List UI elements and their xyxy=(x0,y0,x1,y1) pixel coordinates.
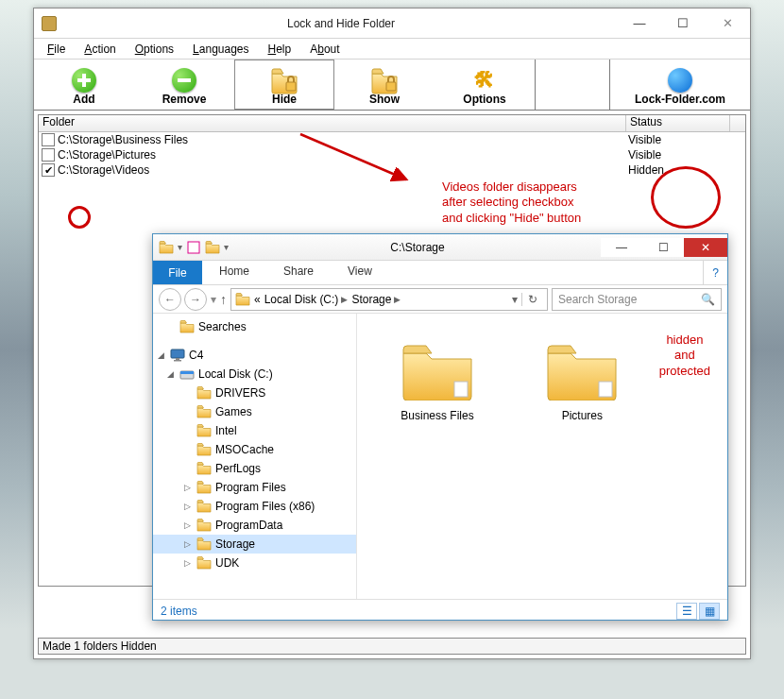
window-title: Lock and Hide Folder xyxy=(64,17,618,30)
row-checkbox[interactable] xyxy=(42,133,55,146)
status-bar: Made 1 folders Hidden xyxy=(38,638,746,655)
minus-icon xyxy=(170,66,198,94)
exp-statusbar: 2 items ☰ ▦ xyxy=(153,599,727,622)
folder-icon xyxy=(196,480,212,495)
nav-back-button[interactable]: ← xyxy=(159,288,181,311)
add-button[interactable]: Add xyxy=(34,60,134,110)
menu-action[interactable]: Action xyxy=(75,41,125,58)
toolbar: Add Remove Hide Show 🛠 Options Lock-Fold… xyxy=(34,60,750,111)
content-folder[interactable]: Business Files xyxy=(385,340,489,422)
properties-icon[interactable] xyxy=(186,240,201,255)
tree-item[interactable]: Intel xyxy=(153,421,356,440)
folder-icon xyxy=(544,340,620,401)
website-button[interactable]: Lock-Folder.com xyxy=(610,60,750,110)
nav-tree[interactable]: Searches ◢C4 ◢Local Disk (C:) DRIVERS Ga… xyxy=(153,314,357,599)
folder-icon xyxy=(196,555,212,571)
folder-icon xyxy=(196,537,212,552)
search-icon: 🔍 xyxy=(701,293,715,306)
tree-item[interactable]: DRIVERS xyxy=(153,384,356,402)
close-button[interactable]: ✕ xyxy=(706,13,749,34)
exp-close-button[interactable]: ✕ xyxy=(684,238,727,257)
hide-button[interactable]: Hide xyxy=(234,60,334,110)
new-folder-icon[interactable] xyxy=(205,240,220,255)
nav-recent-icon[interactable]: ▾ xyxy=(211,293,216,306)
exp-minimize-button[interactable]: — xyxy=(601,238,642,257)
tree-item[interactable]: ▷ Storage xyxy=(153,535,356,554)
content-pane[interactable]: Business Files Pictures hidden and prote… xyxy=(357,314,727,599)
row-checkbox[interactable] xyxy=(42,163,55,177)
tree-item[interactable]: ▷ Program Files xyxy=(153,478,356,497)
ribbon-view[interactable]: View xyxy=(331,261,389,284)
exp-titlebar[interactable]: ▾ ▾ C:\Storage — ☐ ✕ xyxy=(153,234,727,261)
folder-icon xyxy=(400,340,475,401)
menubar: File Action Options Languages Help About xyxy=(34,39,750,60)
menu-about[interactable]: About xyxy=(300,41,349,58)
menu-options[interactable]: Options xyxy=(126,41,183,58)
svg-rect-8 xyxy=(188,242,199,253)
exp-maximize-button[interactable]: ☐ xyxy=(642,238,684,257)
tree-item[interactable]: ▷ UDK xyxy=(153,554,356,572)
tree-item[interactable]: ▷ Program Files (x86) xyxy=(153,497,356,516)
tree-item[interactable]: Searches xyxy=(153,317,356,336)
ribbon-home[interactable]: Home xyxy=(202,261,266,284)
qat-chevron-icon[interactable]: ▾ xyxy=(224,242,229,252)
folder-icon xyxy=(235,292,250,307)
ribbon-share[interactable]: Share xyxy=(266,261,331,284)
tree-item[interactable]: Games xyxy=(153,402,356,421)
annotation-arrow xyxy=(293,127,416,187)
annotation-text: hidden and protected xyxy=(659,332,710,379)
address-row: ← → ▾ ↑ « Local Disk (C:)▶ Storage▶ ▾ ↻ … xyxy=(153,285,727,314)
folder-icon xyxy=(196,442,212,457)
annotation-ellipse xyxy=(651,166,721,229)
refresh-button[interactable]: ↻ xyxy=(521,293,543,306)
chevron-right-icon[interactable]: ▶ xyxy=(341,295,348,304)
tree-item[interactable]: ◢Local Disk (C:) xyxy=(153,365,356,384)
qat-sep-icon: ▾ xyxy=(178,242,182,252)
drive-icon xyxy=(179,367,195,382)
folder-icon xyxy=(196,461,212,476)
svg-line-7 xyxy=(300,134,406,179)
row-checkbox[interactable] xyxy=(42,148,55,162)
lhf-titlebar[interactable]: Lock and Hide Folder — ☐ ✕ xyxy=(34,9,750,39)
search-folder-icon xyxy=(179,319,195,334)
folder-icon xyxy=(196,404,212,419)
folder-icon xyxy=(196,499,212,514)
ribbon-file[interactable]: File xyxy=(153,261,202,284)
ribbon-help-icon[interactable]: ? xyxy=(703,261,727,284)
address-bar[interactable]: « Local Disk (C:)▶ Storage▶ ▾ ↻ xyxy=(230,288,548,311)
remove-button[interactable]: Remove xyxy=(134,60,234,110)
computer-icon xyxy=(170,348,185,363)
addr-dropdown-icon[interactable]: ▾ xyxy=(512,293,518,306)
breadcrumb-seg[interactable]: Storage xyxy=(351,293,391,306)
folder-icon xyxy=(196,423,212,438)
options-button[interactable]: 🛠 Options xyxy=(435,60,535,110)
maximize-button[interactable]: ☐ xyxy=(662,13,704,34)
content-folder[interactable]: Pictures xyxy=(530,340,634,422)
breadcrumb-seg[interactable]: Local Disk (C:) xyxy=(264,293,339,306)
item-count: 2 items xyxy=(161,605,197,618)
nav-up-button[interactable]: ↑ xyxy=(220,292,227,307)
col-status[interactable]: Status xyxy=(626,115,730,131)
show-button[interactable]: Show xyxy=(334,60,435,110)
minimize-button[interactable]: — xyxy=(619,13,660,34)
tree-item[interactable]: ◢C4 xyxy=(153,346,356,365)
nav-forward-button[interactable]: → xyxy=(184,288,207,311)
tree-item[interactable]: MSOCache xyxy=(153,440,356,459)
annotation-text: Videos folder disappears after selecting… xyxy=(442,179,581,226)
tree-item[interactable]: ▷ ProgramData xyxy=(153,516,356,535)
menu-help[interactable]: Help xyxy=(259,41,301,58)
tools-icon: 🛠 xyxy=(470,66,499,94)
menu-languages[interactable]: Languages xyxy=(183,41,258,58)
plus-icon xyxy=(70,66,98,94)
view-details-button[interactable]: ☰ xyxy=(676,603,697,620)
menu-file[interactable]: File xyxy=(38,41,75,58)
search-input[interactable]: Search Storage 🔍 xyxy=(552,288,722,311)
tree-item[interactable]: PerfLogs xyxy=(153,459,356,478)
view-icons-button[interactable]: ▦ xyxy=(699,603,720,620)
globe-icon xyxy=(666,66,694,94)
explorer-window: ▾ ▾ C:\Storage — ☐ ✕ File Home Share Vie… xyxy=(152,233,728,621)
app-icon xyxy=(42,16,57,31)
annotation-circle xyxy=(68,206,91,229)
folder-icon xyxy=(196,385,212,401)
chevron-right-icon[interactable]: ▶ xyxy=(394,295,401,304)
